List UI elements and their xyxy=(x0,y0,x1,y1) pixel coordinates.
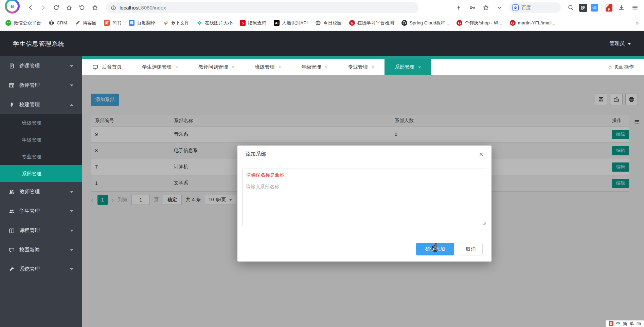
tab-class-mgmt[interactable]: 班级管理× xyxy=(245,59,291,75)
bookmark-shop[interactable]: G李钾庚/shop - 码... xyxy=(457,20,502,26)
bookmark-wechat[interactable]: 微信公众平台 xyxy=(5,20,41,26)
menu-icon[interactable] xyxy=(629,2,640,13)
bookmark-campus[interactable]: 今日校园 xyxy=(315,20,342,26)
globe-icon xyxy=(49,20,54,26)
tab-student-course[interactable]: 学生选课管理× xyxy=(132,59,188,75)
undo-icon[interactable] xyxy=(76,2,87,13)
forward-icon[interactable] xyxy=(38,2,49,13)
table-icon xyxy=(9,82,15,88)
close-icon[interactable]: × xyxy=(175,64,178,70)
info-icon[interactable] xyxy=(111,5,116,11)
bookmark-baidu-translate[interactable]: 译百度翻译 xyxy=(129,20,155,26)
book-icon xyxy=(9,228,15,233)
close-icon[interactable]: × xyxy=(372,64,374,70)
github-icon xyxy=(401,20,407,26)
tab-department-mgmt[interactable]: 系部管理× xyxy=(384,59,431,75)
page-ops-button[interactable]: 页面操作 xyxy=(608,59,644,75)
content-body: 添加系部 系部编号 系部名称 系部人数 操作 xyxy=(82,75,644,327)
tree-icon xyxy=(9,102,15,108)
url-path: :8080/index xyxy=(140,5,166,11)
users-icon xyxy=(9,208,15,214)
caret-down-icon xyxy=(70,191,73,193)
sidebar-item-school-building[interactable]: 校建管理 xyxy=(0,95,82,114)
modal-close-icon[interactable]: × xyxy=(479,151,483,158)
tab-major-mgmt[interactable]: 专业管理× xyxy=(338,59,384,75)
sidebar-item-system-mgmt[interactable]: 系统管理 xyxy=(0,259,82,279)
bookmark-cnblogs[interactable]: 博客园 xyxy=(75,20,97,26)
toolbar-divider xyxy=(602,4,602,11)
sidebar-item-evaluation[interactable]: 教评管理 xyxy=(0,76,82,95)
tab-grade-mgmt[interactable]: 年级管理× xyxy=(291,59,338,75)
reload-icon[interactable] xyxy=(51,2,61,13)
pdf-icon[interactable]: P xyxy=(606,4,612,12)
bookmark-learning-check[interactable]: G在线学习平台检测 xyxy=(349,20,394,26)
ai-icon: AI xyxy=(274,20,280,26)
search-box[interactable]: 百度 xyxy=(509,2,561,13)
address-bar[interactable]: localhost:8080/index xyxy=(106,2,418,13)
bookmark-crm[interactable]: CRM xyxy=(49,20,67,26)
url-host: localhost xyxy=(120,5,140,11)
sidebar-item-grade-mgmt[interactable]: 年级管理 xyxy=(0,131,82,148)
bookmarks-bar: 微信公众平台 CRM 博客园 简简书 译百度翻译 萝卜文库 在线图片大小 5结果… xyxy=(0,15,644,31)
five-icon: 5 xyxy=(240,20,246,26)
keyboard-icon[interactable] xyxy=(637,322,641,326)
close-icon[interactable]: × xyxy=(325,64,328,70)
close-icon[interactable]: × xyxy=(232,64,234,70)
sidebar-item-teacher-mgmt[interactable]: 教师管理 xyxy=(0,182,82,201)
accent-strip xyxy=(82,56,644,59)
ime-mode[interactable]: 中 xyxy=(616,321,620,327)
browser-logo-icon xyxy=(5,0,20,14)
star-icon[interactable] xyxy=(89,2,100,13)
ime-half[interactable]: 单 xyxy=(630,321,634,327)
translate-icon[interactable]: 译 xyxy=(591,4,598,12)
ime-style[interactable]: 简 xyxy=(623,321,627,327)
back-icon[interactable] xyxy=(25,2,36,13)
bookmark-luobo[interactable]: 萝卜文库 xyxy=(163,20,189,26)
mouse-cursor-icon xyxy=(431,242,437,253)
bookmark-face-api[interactable]: AI人脸识别API xyxy=(274,20,308,26)
sidebar-item-campus-news[interactable]: 校园新闻 xyxy=(0,240,82,259)
search-icon[interactable] xyxy=(565,2,576,13)
sidebar-item-course-mgmt[interactable]: 课程管理 xyxy=(0,221,82,240)
department-name-field-wrap xyxy=(243,181,487,226)
qr-code-icon[interactable] xyxy=(579,4,587,12)
bookmarks-overflow[interactable]: » xyxy=(636,20,639,26)
close-icon[interactable]: × xyxy=(278,64,281,70)
sidebar-item-class-mgmt[interactable]: 班级管理 xyxy=(0,114,82,131)
baidu-icon xyxy=(512,4,519,11)
user-caret-icon xyxy=(628,43,631,45)
user-menu[interactable]: 管理员 xyxy=(609,40,631,47)
home-icon[interactable] xyxy=(64,2,74,13)
resize-grip-icon[interactable] xyxy=(482,222,486,225)
sidebar-item-student-mgmt[interactable]: 学生管理 xyxy=(0,201,82,221)
chevron-down-icon[interactable] xyxy=(494,2,505,13)
flash-icon[interactable] xyxy=(453,2,464,13)
bookmark-image-size[interactable]: 在线图片大小 xyxy=(197,20,232,26)
tab-home[interactable]: 后台首页 xyxy=(82,59,132,75)
bookmark-result-query[interactable]: 5结果查询 xyxy=(240,20,266,26)
sidebar-submenu: 班级管理 年级管理 专业管理 系部管理 xyxy=(0,114,82,182)
carrot-icon xyxy=(163,20,168,26)
bookmark-jianshu[interactable]: 简简书 xyxy=(104,20,121,26)
cancel-button[interactable]: 取消 xyxy=(459,243,483,255)
sidebar-item-course-selection[interactable]: 选课管理 xyxy=(0,56,82,76)
content: 后台首页 学生选课管理× 教评问题管理× 班级管理× 年级管理× 专业管理× 系… xyxy=(82,56,644,327)
search-engine-label: 百度 xyxy=(521,5,531,11)
download-icon[interactable] xyxy=(616,2,627,13)
caret-down-icon xyxy=(70,65,73,67)
sidebar-item-major-mgmt[interactable]: 专业管理 xyxy=(0,148,82,165)
department-name-textarea[interactable] xyxy=(243,181,487,226)
sidebar-item-department-mgmt[interactable]: 系部管理 xyxy=(0,165,82,182)
wechat-icon xyxy=(5,20,11,26)
bookmark-tmall[interactable]: Gmartin-YFL/tmall... xyxy=(510,20,555,26)
url-text: localhost:8080/index xyxy=(120,5,166,11)
bookmark-spring-cloud[interactable]: Spring Cloud教程... xyxy=(401,20,449,26)
input-method-bar[interactable]: S 中 简 单 xyxy=(606,320,644,327)
tab-eval-question[interactable]: 教评问题管理× xyxy=(188,59,245,75)
tools-icon xyxy=(9,266,15,272)
caret-down-icon xyxy=(70,84,73,86)
close-icon[interactable]: × xyxy=(418,64,421,70)
globe-icon xyxy=(315,20,321,26)
key-icon[interactable] xyxy=(467,2,478,13)
bookmark-star-icon[interactable] xyxy=(480,2,491,13)
